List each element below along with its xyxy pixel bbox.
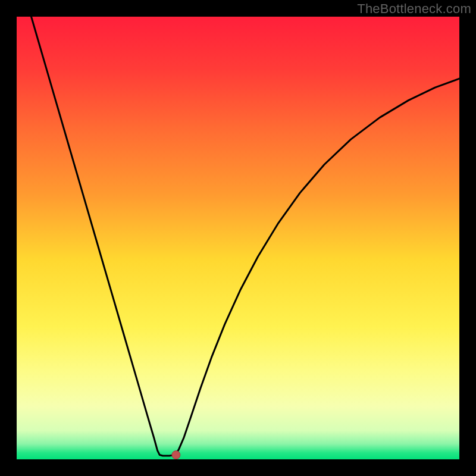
chart-frame: TheBottleneck.com bbox=[0, 0, 476, 476]
bottleneck-chart bbox=[17, 17, 459, 459]
optimal-point-marker bbox=[172, 451, 180, 459]
watermark-text: TheBottleneck.com bbox=[357, 1, 471, 17]
plot-area bbox=[17, 17, 459, 459]
gradient-background bbox=[17, 17, 459, 459]
